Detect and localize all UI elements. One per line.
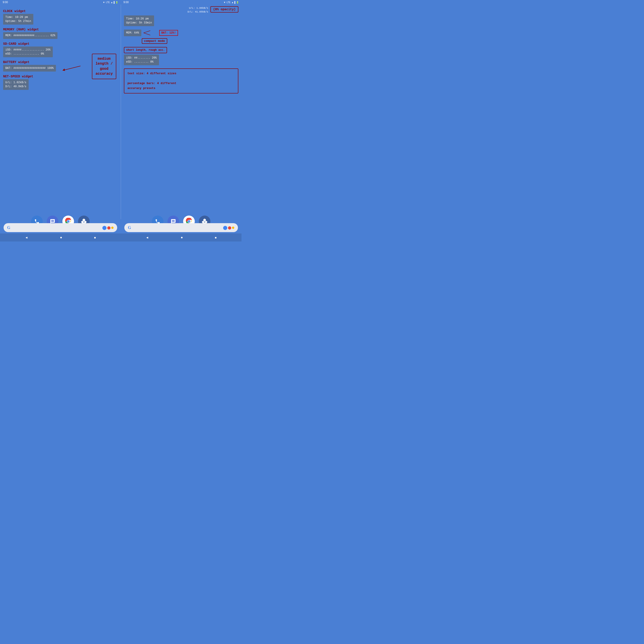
- back-button-left[interactable]: ◄: [25, 236, 28, 239]
- status-icons-right: ▼ LTE ▲▐ 🔋: [224, 1, 239, 4]
- sd-compact-esd: eSD: ......... 0%: [126, 60, 157, 64]
- net-speed-dl-right: D/L: 41.05kB/s: [188, 10, 208, 14]
- annotation-line3: good: [95, 66, 113, 71]
- net-speed-ul-right: U/L: 1.06kB/s: [188, 6, 208, 10]
- google-g-left: G: [7, 225, 10, 230]
- google-g-right: G: [128, 225, 131, 230]
- annotation-line4: accuracy: [95, 71, 113, 76]
- opacity-box: (0% opacity): [210, 6, 238, 13]
- netspeed-dl: D/L: 40.9kB/s: [5, 85, 26, 89]
- battery-bat: BAT: #################### 100%: [5, 66, 54, 70]
- nav-bar-left: ◄ ● ■: [0, 233, 121, 241]
- google-assistant-dots-left: ⬤ ⬤ ⬤: [102, 225, 114, 230]
- svg-rect-8: [83, 221, 84, 222]
- annotation-line1: medium: [95, 56, 113, 61]
- search-bar-left[interactable]: G ⬤ ⬤ ⬤: [4, 223, 117, 232]
- battery-widget-box: BAT: #################### 100%: [3, 65, 56, 72]
- compact-mode-arrow: [144, 28, 157, 37]
- clock-widget-section: CLOCK widget Time: 10:20 pm Uptime: 5h 2…: [3, 9, 118, 25]
- search-bar-right-wrap: G ⬤ ⬤ ⬤: [121, 222, 241, 233]
- mem-compact-box: MEM: 64%: [124, 30, 141, 36]
- annotation-line2: length /: [95, 61, 113, 66]
- medium-length-annotation: medium length / good accuracy: [92, 54, 116, 79]
- netspeed-widget-box: U/L: 1.02kB/s D/L: 40.9kB/s: [3, 79, 29, 90]
- memory-widget-label: MEMORY (RAM) widget: [3, 28, 118, 31]
- time-left: 9:00: [3, 1, 8, 4]
- compact-mode-label: compact mode: [142, 38, 167, 44]
- svg-line-0: [63, 66, 80, 70]
- sdcard-isd: iSD: #####.............. 26%: [5, 48, 51, 52]
- home-button-right[interactable]: ●: [181, 235, 183, 239]
- info-line1: text size: 4 different sizes: [127, 71, 235, 76]
- netspeed-ul: U/L: 1.02kB/s: [5, 80, 26, 85]
- clock-widget-box: Time: 10:20 pm Uptime: 5h 27min: [3, 14, 33, 25]
- time-right: 9:00: [123, 1, 129, 4]
- svg-line-2: [144, 33, 150, 35]
- sdcard-widget-box: iSD: #####.............. 26% eSD: ......…: [3, 47, 53, 57]
- svg-point-5: [67, 220, 69, 222]
- clock-widget-right: Time: 10:26 pm Uptime: 5h 33min: [124, 15, 154, 26]
- home-button-left[interactable]: ●: [60, 235, 62, 239]
- svg-rect-9: [84, 221, 85, 222]
- clock-widget-label: CLOCK widget: [3, 9, 118, 13]
- svg-line-1: [144, 31, 150, 33]
- recents-button-left[interactable]: ■: [94, 236, 96, 239]
- sd-compact-isd: iSD: ##........ 26%: [126, 56, 157, 60]
- net-speed-top-right: U/L: 1.06kB/s D/L: 41.05kB/s: [188, 6, 208, 14]
- clock-uptime: Uptime: 5h 27min: [5, 19, 31, 23]
- mem-compact-text: MEM: 64%: [126, 31, 139, 34]
- search-bar-left-wrap: G ⬤ ⬤ ⬤: [0, 222, 121, 233]
- back-button-right[interactable]: ◄: [146, 236, 149, 239]
- info-box: text size: 4 different sizes percentage …: [124, 68, 238, 93]
- svg-point-17: [188, 220, 190, 222]
- memory-widget-section: MEMORY (RAM) widget MEM: #############..…: [3, 28, 118, 39]
- right-panel: U/L: 1.06kB/s D/L: 41.05kB/s (0% opacity…: [121, 4, 241, 219]
- sd-compact-box: iSD: ##........ 26% eSD: ......... 0%: [124, 55, 159, 65]
- memory-widget-box: MEM: #############......... 62%: [3, 32, 57, 39]
- search-bar-right[interactable]: G ⬤ ⬤ ⬤: [124, 223, 238, 232]
- clock-uptime-right: Uptime: 5h 33min: [126, 21, 152, 25]
- info-line2: percentage bars: 4 different: [127, 81, 235, 86]
- svg-rect-18: [203, 219, 206, 221]
- google-assistant-dots-right: ⬤ ⬤ ⬤: [223, 225, 234, 230]
- memory-mem: MEM: #############......... 62%: [5, 34, 55, 38]
- status-icons-left: ▼ LTE ▲▐ 🔋: [103, 1, 118, 4]
- left-panel: CLOCK widget Time: 10:20 pm Uptime: 5h 2…: [0, 4, 121, 219]
- sdcard-widget-label: SD-CARD widget: [3, 42, 118, 46]
- info-line3: accuracy presets: [127, 86, 235, 91]
- short-length-annotation: short length, rough acc.: [124, 47, 167, 53]
- svg-rect-6: [83, 219, 85, 221]
- clock-time: Time: 10:20 pm: [5, 15, 31, 19]
- clock-time-right: Time: 10:26 pm: [126, 17, 152, 21]
- nav-bar-right: ◄ ● ■: [121, 233, 241, 241]
- nav-bars: ◄ ● ■ ◄ ● ■: [0, 233, 241, 241]
- search-bars: G ⬤ ⬤ ⬤ G ⬤ ⬤ ⬤: [0, 222, 241, 233]
- svg-rect-21: [205, 221, 205, 222]
- annotation-arrow: [58, 61, 85, 75]
- bat-alert-box: BAT: 12%!: [159, 30, 178, 36]
- sdcard-esd: eSD: ................ 0%: [5, 52, 51, 56]
- svg-rect-20: [204, 221, 204, 222]
- recents-button-right[interactable]: ■: [215, 236, 217, 239]
